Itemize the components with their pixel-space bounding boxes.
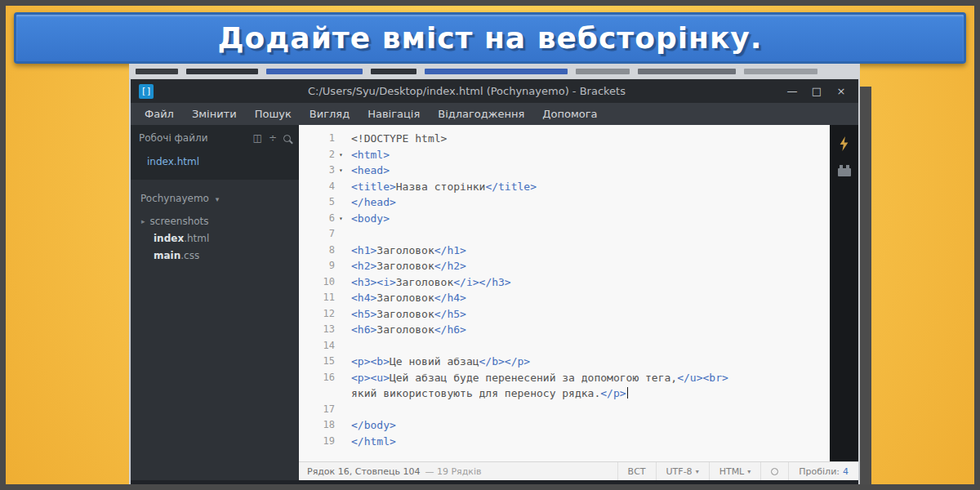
- fold-gutter: [335, 306, 347, 323]
- working-files-section: Робочі файли ◫ ÷ index.html: [131, 125, 299, 180]
- code-text: <h2>Заголовок</h2>: [347, 258, 466, 274]
- code-line[interactable]: 4<title>Назва сторінки</title>: [299, 179, 830, 195]
- line-number: 7: [299, 226, 335, 243]
- banner-title: Додайте вміст на вебсторінку.: [217, 21, 762, 55]
- fold-gutter: [335, 417, 347, 434]
- code-text: [347, 338, 351, 354]
- code-line[interactable]: 16<p><u>Цей абзац буде перенесений за до…: [299, 370, 830, 386]
- code-line[interactable]: 2▾<html>: [299, 147, 830, 163]
- code-line[interactable]: 9<h2>Заголовок</h2>: [299, 258, 830, 274]
- code-text: який використовують для переносу рядка.<…: [347, 385, 628, 402]
- insert-mode-toggle[interactable]: ВСТ: [617, 462, 656, 480]
- code-line[interactable]: який використовують для переносу рядка.<…: [299, 385, 830, 402]
- code-text: </head>: [347, 194, 396, 211]
- working-files-header: Робочі файли ◫ ÷: [131, 125, 299, 151]
- fold-gutter: [335, 370, 347, 386]
- working-file-index-html[interactable]: index.html: [131, 151, 299, 172]
- title-bar[interactable]: [] C:/Users/Syu/Desktop/index.html (Poch…: [131, 79, 858, 103]
- line-number: 18: [299, 417, 335, 434]
- line-number: [299, 385, 335, 402]
- chevron-down-icon: ▾: [747, 468, 751, 475]
- slide-frame: Додайте вміст на вебсторінку. [] C:/User…: [0, 0, 980, 490]
- code-text: <p><b>Це новий абзац</b></p>: [347, 354, 530, 370]
- search-icon[interactable]: [283, 135, 291, 142]
- minimize-button[interactable]: —: [780, 85, 804, 97]
- line-number: 14: [299, 338, 335, 354]
- line-number: 17: [299, 402, 335, 418]
- brackets-logo-icon: []: [139, 84, 154, 99]
- lint-indicator-icon: [771, 468, 778, 475]
- text-cursor: [627, 387, 628, 399]
- maximize-button[interactable]: □: [804, 85, 829, 97]
- live-preview-icon[interactable]: [839, 136, 850, 151]
- chevron-down-icon: ▾: [696, 468, 699, 475]
- code-text: <title>Назва сторінки</title>: [347, 179, 537, 195]
- code-line[interactable]: 15<p><b>Це новий абзац</b></p>: [299, 354, 830, 370]
- fold-gutter: [335, 434, 347, 450]
- cursor-position-text: Рядок 16, Стовпець 104: [307, 466, 420, 477]
- code-line[interactable]: 18</body>: [299, 417, 830, 434]
- fold-arrow-icon[interactable]: ▾: [335, 211, 347, 227]
- code-text: <body>: [347, 211, 390, 227]
- window-title: C:/Users/Syu/Desktop/index.html (Pochyna…: [154, 85, 780, 97]
- line-number: 3: [299, 163, 335, 179]
- tree-item-main-css[interactable]: main.css: [131, 247, 299, 264]
- menu-item-0[interactable]: Файл: [136, 108, 183, 120]
- menu-item-4[interactable]: Навігація: [359, 108, 429, 120]
- fold-gutter: [335, 402, 347, 418]
- split-view-icon[interactable]: ◫: [253, 132, 262, 144]
- encoding-select[interactable]: UTF-8 ▾: [656, 462, 709, 480]
- flip-view-icon[interactable]: ÷: [269, 132, 277, 144]
- project-dropdown[interactable]: Pochynayemo ▾: [131, 180, 299, 212]
- tree-item-index-html[interactable]: index.html: [131, 229, 299, 247]
- code-editor[interactable]: 1<!DOCTYPE html>2▾<html>3▾<head>4<title>…: [299, 125, 830, 461]
- fold-gutter: [335, 274, 347, 291]
- working-files-icons: ◫ ÷: [253, 132, 291, 144]
- line-number: 2: [299, 147, 335, 163]
- indent-setting[interactable]: Пробіли: 4: [788, 462, 858, 480]
- menu-item-1[interactable]: Змінити: [183, 108, 246, 120]
- language-select[interactable]: HTML ▾: [709, 462, 761, 480]
- code-line[interactable]: 6▾<body>: [299, 211, 830, 227]
- extension-manager-icon[interactable]: [838, 168, 851, 176]
- code-text: <h6>Заголовок</h6>: [347, 322, 466, 338]
- close-button[interactable]: ×: [829, 85, 853, 97]
- fold-arrow-icon[interactable]: ▾: [335, 163, 347, 179]
- chevron-down-icon: ▾: [216, 195, 220, 203]
- line-number: 8: [299, 243, 335, 259]
- code-line[interactable]: 12<h5>Заголовок</h5>: [299, 306, 830, 323]
- code-line[interactable]: 3▾<head>: [299, 163, 830, 179]
- code-line[interactable]: 14: [299, 338, 830, 354]
- menu-item-2[interactable]: Пошук: [246, 108, 301, 120]
- menu-item-6[interactable]: Допомога: [533, 108, 606, 120]
- fold-gutter: [335, 131, 347, 147]
- tree-item-screenshots[interactable]: ▸ screenshots: [131, 212, 299, 229]
- code-line[interactable]: 8<h1>Заголовок</h1>: [299, 243, 830, 259]
- code-text: </html>: [347, 434, 396, 450]
- project-section: Pochynayemo ▾ ▸ screenshots index.html m…: [131, 180, 299, 480]
- code-line[interactable]: 17: [299, 402, 830, 418]
- fold-arrow-icon[interactable]: ▾: [335, 147, 347, 163]
- code-text: <h3><i>Заголовок</i></h3>: [347, 274, 511, 291]
- code-line[interactable]: 11<h4>Заголовок</h4>: [299, 290, 830, 306]
- window-controls: — □ ×: [780, 85, 853, 97]
- fold-gutter: [335, 243, 347, 259]
- menu-item-5[interactable]: Відлагодження: [429, 108, 533, 120]
- code-line[interactable]: 10<h3><i>Заголовок</i></h3>: [299, 274, 830, 291]
- editor-column: 1<!DOCTYPE html>2▾<html>3▾<head>4<title>…: [299, 125, 858, 480]
- folder-label: screenshots: [150, 216, 209, 227]
- right-toolbar: [830, 125, 858, 461]
- code-line[interactable]: 1<!DOCTYPE html>: [299, 131, 830, 147]
- chevron-right-icon: ▸: [141, 217, 145, 225]
- code-text: <!DOCTYPE html>: [347, 131, 447, 147]
- code-line[interactable]: 5</head>: [299, 194, 830, 211]
- code-line[interactable]: 13<h6>Заголовок</h6>: [299, 322, 830, 338]
- code-line[interactable]: 19</html>: [299, 434, 830, 450]
- line-number: 13: [299, 322, 335, 338]
- line-number: 5: [299, 194, 335, 211]
- code-text: <head>: [347, 163, 390, 179]
- indent-size[interactable]: 4: [843, 466, 849, 477]
- code-line[interactable]: 7: [299, 226, 830, 243]
- menu-item-3[interactable]: Вигляд: [301, 108, 359, 120]
- lint-status[interactable]: [760, 462, 788, 480]
